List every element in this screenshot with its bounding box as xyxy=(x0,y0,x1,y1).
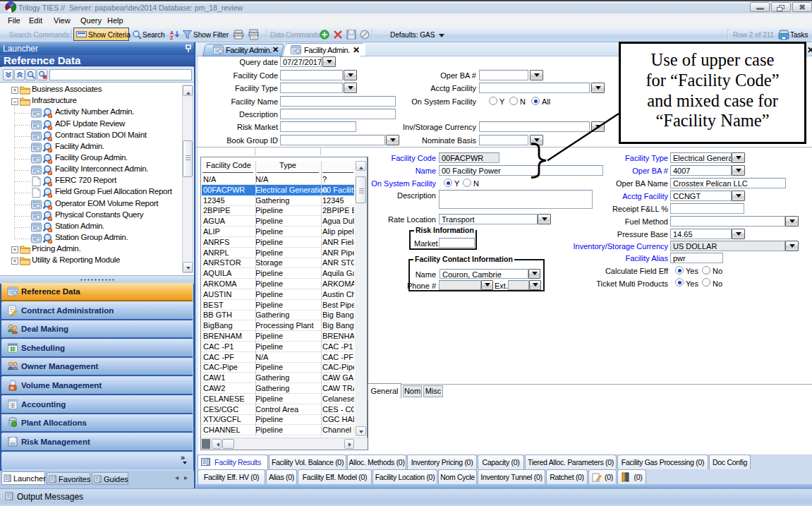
svg-text:A: A xyxy=(170,30,174,35)
svg-text:R: R xyxy=(11,386,14,390)
svg-text:Z: Z xyxy=(170,35,174,40)
